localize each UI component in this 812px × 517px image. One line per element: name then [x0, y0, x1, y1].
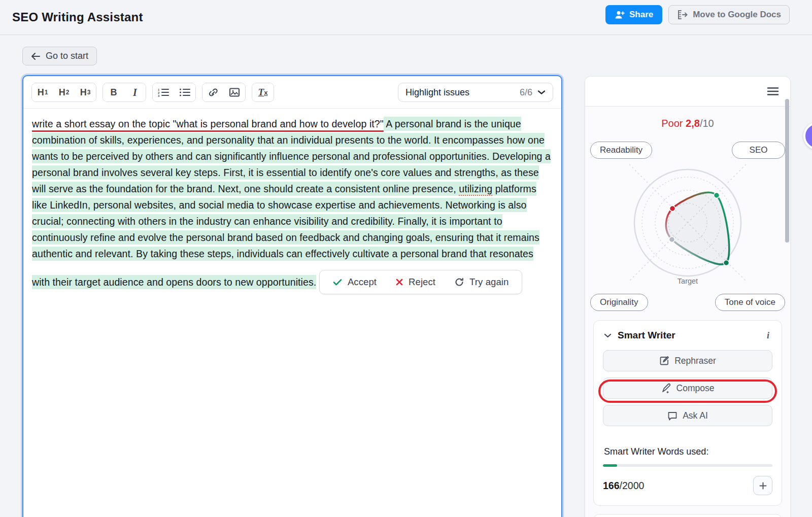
- editor[interactable]: H1 H2 H3 B I 1 2 3: [22, 75, 562, 517]
- heading-group: H1 H2 H3: [31, 83, 96, 102]
- clear-group: Tx: [252, 83, 274, 102]
- smart-writer-header[interactable]: Smart Writer i: [603, 329, 772, 344]
- move-to-google-docs-button[interactable]: Move to Google Docs: [668, 5, 790, 24]
- refresh-icon: [455, 278, 464, 287]
- ai-suggestion-actions: Accept Reject Try again: [319, 270, 523, 294]
- gauge-chart: [622, 161, 754, 288]
- app-header: SEO Writing Assistant Share Move to Goog: [0, 0, 812, 35]
- originality-pill[interactable]: Originality: [590, 294, 648, 311]
- prompt-text: write a short essay on the topic "what i…: [32, 118, 384, 129]
- flagged-word[interactable]: utilizing: [459, 182, 492, 196]
- link-icon[interactable]: [202, 83, 224, 101]
- list-group: 1 2 3: [152, 83, 196, 102]
- words-count-row: 166/2000: [603, 476, 772, 495]
- panel-toolbar: [585, 77, 790, 107]
- words-total: /2000: [620, 480, 645, 492]
- reject-button[interactable]: Reject: [396, 274, 435, 290]
- page-title: SEO Writing Assistant: [12, 10, 143, 24]
- originality-dot: [669, 237, 675, 243]
- smart-writer-title: Smart Writer: [618, 330, 675, 341]
- h2-button[interactable]: H2: [53, 83, 75, 101]
- words-progress-bar: [603, 464, 772, 467]
- chevron-down-icon: [537, 90, 546, 95]
- target-label: Target: [674, 277, 701, 285]
- image-icon[interactable]: [224, 83, 245, 101]
- score-gauge: Target: [622, 161, 754, 290]
- score-panel: Poor 2,8/10 Readability SEO: [585, 76, 791, 517]
- x-icon: [396, 279, 403, 286]
- ordered-list-icon[interactable]: 1 2 3: [153, 83, 174, 101]
- highlight-issues-dropdown[interactable]: Highlight issues 6/6: [398, 83, 553, 102]
- editor-content[interactable]: write a short essay on the topic "what i…: [23, 109, 561, 294]
- next-panel-card: [593, 514, 782, 517]
- top-metric-pills: Readability SEO: [585, 142, 790, 159]
- seo-dot: [714, 193, 720, 198]
- try-again-button[interactable]: Try again: [455, 274, 509, 290]
- arrow-left-icon: [31, 52, 41, 60]
- menu-icon[interactable]: [767, 87, 779, 96]
- pencil-square-icon: [659, 356, 669, 366]
- panel-scrollbar-thumb[interactable]: [785, 99, 789, 243]
- chevron-down-icon: [604, 333, 612, 338]
- readability-pill[interactable]: Readability: [590, 142, 652, 159]
- svg-text:3: 3: [158, 94, 160, 97]
- readability-dot: [670, 206, 675, 212]
- person-add-icon: [615, 10, 625, 19]
- rephraser-button[interactable]: Rephraser: [603, 350, 772, 371]
- check-icon: [333, 279, 342, 286]
- insert-group: [202, 83, 246, 102]
- h3-button[interactable]: H3: [75, 83, 96, 101]
- chat-bubble-icon: [667, 411, 678, 421]
- header-actions: Share Move to Google Docs: [605, 5, 790, 24]
- editor-toolbar: H1 H2 H3 B I 1 2 3: [23, 76, 561, 108]
- bold-button[interactable]: B: [103, 83, 124, 101]
- export-doc-icon: [677, 10, 688, 20]
- accept-button[interactable]: Accept: [333, 274, 377, 290]
- style-group: B I: [103, 83, 146, 102]
- floating-assistant-button[interactable]: [803, 122, 812, 150]
- smart-writer-card: Smart Writer i Rephraser Compos: [593, 320, 782, 506]
- words-used-count: 166: [603, 480, 620, 492]
- add-words-button[interactable]: [753, 476, 772, 495]
- bottom-metric-pills: Originality Tone of voice: [585, 294, 790, 311]
- bullet-list-icon[interactable]: [174, 83, 195, 101]
- tone-dot: [724, 260, 729, 266]
- compose-annotated-area: Compose: [603, 377, 772, 399]
- clear-formatting-button[interactable]: Tx: [252, 83, 274, 101]
- info-icon[interactable]: i: [767, 330, 771, 341]
- compose-button[interactable]: Compose: [603, 377, 772, 399]
- tone-of-voice-pill[interactable]: Tone of voice: [715, 294, 785, 311]
- seo-pill[interactable]: SEO: [732, 142, 785, 159]
- plus-icon: [759, 482, 767, 490]
- share-button[interactable]: Share: [605, 5, 662, 24]
- italic-button[interactable]: I: [124, 83, 146, 101]
- words-progress-fill: [603, 464, 617, 467]
- h1-button[interactable]: H1: [32, 83, 53, 101]
- overall-score: Poor 2,8/10: [585, 118, 790, 129]
- go-to-start-button[interactable]: Go to start: [22, 47, 97, 65]
- ask-ai-button[interactable]: Ask AI: [603, 405, 772, 426]
- pen-sparkle-icon: [661, 383, 671, 393]
- words-used-label: Smart Writer Words used:: [603, 446, 772, 457]
